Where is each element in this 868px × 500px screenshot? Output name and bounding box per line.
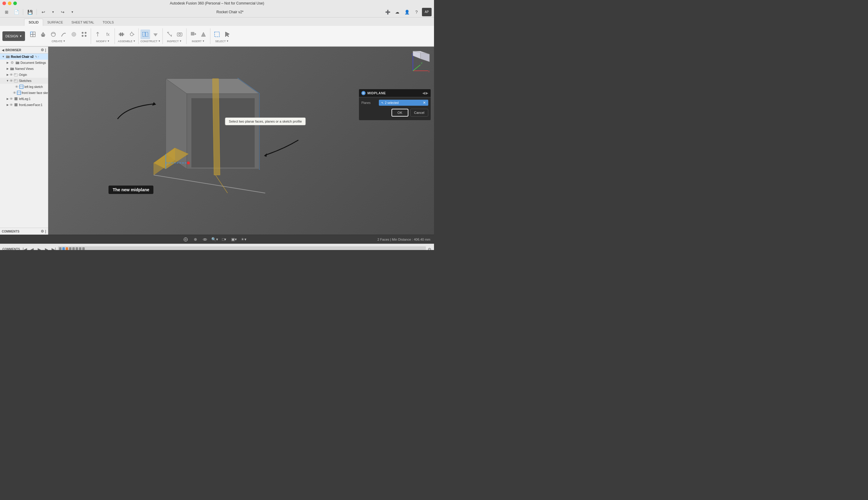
eye-icon-front-lower[interactable]: 👁 — [13, 91, 16, 94]
timeline-next-btn[interactable]: ▶ — [43, 247, 49, 250]
cloud-icon[interactable]: ☁ — [393, 8, 401, 16]
joint-btn[interactable] — [116, 30, 126, 39]
assemble-label[interactable]: ASSEMBLE ▼ — [118, 40, 135, 43]
select-group: SELECT ▼ — [212, 30, 232, 43]
design-dropdown[interactable]: DESIGN ▼ — [2, 31, 25, 41]
cursor-icon[interactable] — [222, 30, 232, 39]
browser-collapse-icon[interactable]: ◀ — [2, 48, 4, 52]
tree-item-root[interactable]: ▼ Rocket Chair v2 ✎ ↑ — [0, 54, 48, 60]
extrude-btn[interactable] — [38, 30, 48, 39]
create-label[interactable]: CREATE ▼ — [52, 40, 65, 43]
add-tab-icon[interactable]: ➕ — [383, 8, 392, 16]
midplane-body: Planes ↖ 2 selected ✕ OK Cancel — [359, 97, 431, 120]
account-icon[interactable]: 👤 — [403, 8, 411, 16]
tab-surface[interactable]: SURFACE — [43, 19, 67, 26]
construct-label[interactable]: CONSTRUCT ▼ — [141, 40, 160, 43]
visual-style-btn[interactable]: ▣▾ — [230, 236, 237, 243]
navigation-cube[interactable]: X Y Z — [410, 50, 431, 71]
tree-item-front-lower-body[interactable]: ▶ 👁 frontLowerFace:1 — [0, 102, 48, 108]
save-icon[interactable]: 💾 — [26, 8, 34, 16]
dialog-expand-right[interactable]: ▶ — [425, 91, 428, 95]
minimize-traffic-light[interactable] — [8, 1, 11, 5]
redo-icon[interactable]: ↪ — [58, 8, 67, 16]
eye-icon-ll1[interactable]: 👁 — [10, 97, 13, 101]
ok-button[interactable]: OK — [391, 109, 408, 116]
select-label[interactable]: SELECT ▼ — [215, 40, 229, 43]
viewport[interactable]: X Y Z Select two planar faces, planes or… — [48, 47, 434, 235]
bottom-settings-icon[interactable]: ⚙ — [428, 247, 432, 250]
maximize-traffic-light[interactable] — [13, 1, 17, 5]
app-menu-icon[interactable]: ⊞ — [2, 8, 11, 16]
browser-comments[interactable]: COMMENTS ⚙ | — [0, 228, 48, 235]
redo-dropdown-icon[interactable]: ▼ — [68, 8, 77, 16]
toolbar: ⊞ 📄 💾 ↩ ▼ ↪ ▼ Rocket Chair v2* ➕ ☁ 👤 ? A… — [0, 7, 434, 47]
zoom-dropdown-btn[interactable]: 🔍▾ — [211, 236, 218, 243]
fillet-btn[interactable] — [69, 30, 79, 39]
undo-icon[interactable]: ↩ — [39, 8, 48, 16]
main-layout: ◀ BROWSER ⚙ | ▼ Rocket Chair v2 ✎ ↑ ▶ — [0, 47, 434, 235]
timeline-prev-btn[interactable]: ◀ — [29, 247, 35, 250]
grid-snap-btn[interactable] — [182, 236, 189, 243]
tree-item-doc-settings[interactable]: ▶ ⚙ Document Settings — [0, 60, 48, 66]
revolve-btn[interactable] — [48, 30, 58, 39]
tab-solid[interactable]: SOLID — [24, 19, 43, 26]
tab-sheet-metal[interactable]: SHEET METAL — [67, 19, 98, 26]
select-btn[interactable] — [212, 30, 222, 39]
measure-btn[interactable] — [165, 30, 174, 39]
timeline-first-btn[interactable]: |◀ — [22, 247, 28, 250]
tree-item-left-leg-body[interactable]: ▶ 👁 leftLeg:1 — [0, 96, 48, 102]
formula-btn[interactable]: fx — [103, 30, 113, 39]
dialog-expand-left[interactable]: ◀ — [422, 91, 425, 95]
construct-more-btn[interactable] — [151, 30, 160, 39]
snap-icon[interactable]: ⊕ — [192, 236, 199, 243]
env-btn[interactable]: ☀▾ — [240, 236, 247, 243]
camera-btn[interactable] — [175, 30, 185, 39]
inspect-label[interactable]: INSPECT ▼ — [167, 40, 182, 43]
new-component-btn[interactable] — [28, 30, 38, 39]
timeline-step-2[interactable] — [63, 247, 65, 250]
timeline-play-btn[interactable]: ▶ — [36, 247, 42, 250]
tree-item-named-views[interactable]: ▶ Named Views — [0, 66, 48, 72]
cancel-button[interactable]: Cancel — [410, 109, 428, 116]
comments-settings-icon[interactable]: ⚙ — [41, 229, 44, 234]
eye-icon-flf1[interactable]: 👁 — [10, 103, 13, 106]
timeline-step-6[interactable] — [76, 247, 78, 250]
modify-label[interactable]: MODIFY ▼ — [96, 40, 110, 43]
press-pull-btn[interactable] — [93, 30, 102, 39]
tree-arrow-root: ▼ — [1, 55, 5, 58]
pattern-btn[interactable] — [79, 30, 89, 39]
eye-icon-left-leg[interactable]: 👁 — [15, 85, 19, 89]
timeline-step-8[interactable] — [82, 247, 85, 250]
display-mode-btn[interactable]: □▾ — [221, 236, 228, 243]
timeline-step-1[interactable] — [59, 247, 62, 250]
tree-item-origin[interactable]: ▶ 👁 Origin — [0, 72, 48, 78]
insert-btn[interactable] — [188, 30, 198, 39]
midplane-construct-btn[interactable] — [141, 30, 150, 39]
timeline-step-4[interactable] — [69, 247, 71, 250]
eye-icon-sketches[interactable]: 👁 — [10, 79, 13, 82]
help-icon[interactable]: ? — [412, 8, 421, 16]
clear-selection-icon[interactable]: ✕ — [423, 101, 426, 105]
file-icon[interactable]: 📄 — [12, 8, 21, 16]
orbit-btn[interactable] — [201, 236, 209, 243]
timeline-step-5[interactable] — [72, 247, 75, 250]
sketch-icon-left-leg — [19, 84, 24, 89]
undo-dropdown-icon[interactable]: ▼ — [49, 8, 57, 16]
browser-pin-icon[interactable]: | — [45, 48, 46, 52]
insert-label[interactable]: INSERT ▼ — [192, 40, 205, 43]
timeline-last-btn[interactable]: ▶| — [51, 247, 57, 250]
timeline-step-7[interactable] — [79, 247, 81, 250]
timeline-step-3[interactable] — [66, 247, 68, 250]
comments-pin-icon[interactable]: | — [45, 229, 46, 234]
eye-icon-origin[interactable]: 👁 — [10, 73, 13, 77]
close-traffic-light[interactable] — [2, 1, 6, 5]
browser-settings-icon[interactable]: ⚙ — [41, 48, 44, 52]
tree-item-left-leg[interactable]: ▶ 👁 left leg sketch — [0, 84, 48, 90]
tab-tools[interactable]: TOOLS — [98, 19, 118, 26]
user-badge[interactable]: AP — [422, 8, 432, 16]
tree-item-sketches[interactable]: ▼ 👁 Sketches — [0, 78, 48, 84]
tree-item-front-lower[interactable]: ▶ 👁 front lower face sketch — [0, 90, 48, 96]
sweep-btn[interactable] — [59, 30, 68, 39]
motion-btn[interactable] — [127, 30, 136, 39]
decal-btn[interactable] — [199, 30, 208, 39]
